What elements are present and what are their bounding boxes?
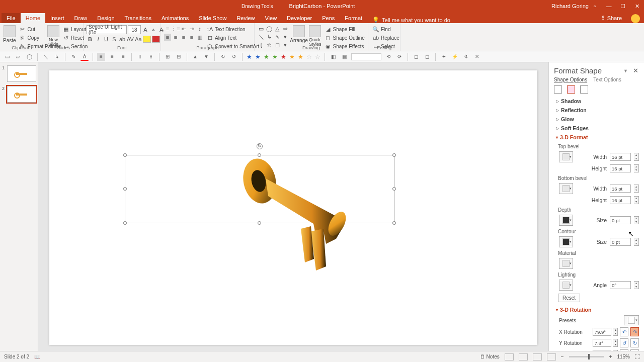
handle-bl[interactable]: [123, 221, 127, 225]
share-button[interactable]: ⇪Share: [596, 13, 627, 23]
effects-pane-icon[interactable]: [567, 85, 575, 94]
shape-more-icon[interactable]: ▾: [282, 33, 289, 40]
thumbnail-1[interactable]: 1: [2, 65, 36, 82]
qat-dist2[interactable]: ⫵: [147, 53, 155, 61]
xrot-input[interactable]: 79.9°: [593, 328, 612, 336]
paste-button[interactable]: Paste: [3, 25, 16, 43]
fit-icon[interactable]: ⛶: [635, 354, 640, 359]
section-glow[interactable]: ▷Glow: [556, 115, 639, 124]
bold-icon[interactable]: B: [87, 36, 94, 43]
spacing-icon[interactable]: AV: [127, 36, 134, 43]
qat-shape3[interactable]: ◯: [25, 53, 33, 61]
contour-size-input[interactable]: 0 pt: [610, 238, 631, 246]
zoom-in-icon[interactable]: +: [609, 354, 612, 359]
qat-conn[interactable]: ↳: [53, 53, 61, 61]
key-3d-shape[interactable]: [235, 156, 376, 287]
star-blue-icon[interactable]: ★: [247, 53, 252, 60]
qat-dist1[interactable]: ⫴: [136, 53, 144, 61]
shape-arrow-icon[interactable]: ⇨: [282, 25, 289, 32]
ribbon-options-icon[interactable]: ▫: [588, 0, 602, 12]
qat-align1[interactable]: ≡: [97, 53, 105, 61]
tb-height-input[interactable]: 16 pt: [610, 164, 631, 172]
bullets-icon[interactable]: ≡: [164, 25, 171, 32]
zrot-ccw-button[interactable]: ⟲: [620, 349, 628, 351]
italic-icon[interactable]: I: [95, 36, 102, 43]
lighting-angle-spin[interactable]: ▴▾: [634, 281, 639, 289]
pane-body[interactable]: ▷Shadow ▷Reflection ▷Glow ▷Soft Edges ▾3…: [549, 97, 644, 351]
tab-insert[interactable]: Insert: [45, 13, 69, 23]
star-green-icon[interactable]: ★: [264, 53, 269, 60]
xrot-spin[interactable]: ▴▾: [613, 328, 618, 336]
qat-misc4[interactable]: ⟳: [395, 53, 404, 61]
contour-size-spin[interactable]: ▴▾: [634, 238, 639, 246]
material-preset[interactable]: [559, 258, 573, 269]
xrot-right-button[interactable]: ↷: [630, 327, 639, 336]
minimize-icon[interactable]: —: [602, 0, 616, 12]
case-icon[interactable]: Aa: [135, 36, 142, 43]
linespace-icon[interactable]: ↕: [196, 25, 203, 32]
zoom-out-icon[interactable]: −: [561, 354, 564, 359]
handle-br[interactable]: [392, 221, 396, 225]
shrink-font-icon[interactable]: A: [150, 26, 157, 33]
pane-dropdown-icon[interactable]: ▼: [623, 68, 628, 73]
qat-crop1[interactable]: ◻: [412, 53, 420, 61]
qat-group[interactable]: ⊞: [164, 53, 172, 61]
highlight-swatch[interactable]: [143, 36, 151, 43]
tab-design[interactable]: Design: [92, 13, 119, 23]
tab-file[interactable]: File: [2, 13, 21, 23]
tab-animations[interactable]: Animations: [156, 13, 194, 23]
handle-mr[interactable]: [392, 187, 396, 191]
yrot-spin[interactable]: ▴▾: [613, 339, 618, 347]
zrot-cw-button[interactable]: ⟳: [630, 349, 639, 351]
yrot-down-button[interactable]: ↻: [630, 338, 639, 347]
qat-input[interactable]: [351, 53, 381, 60]
zoom-slider[interactable]: [569, 356, 604, 357]
qat-anim2[interactable]: ⚡: [451, 53, 459, 61]
align-left-icon[interactable]: ≡: [164, 34, 171, 41]
reset-3d-button[interactable]: Reset: [558, 294, 580, 302]
qat-anim3[interactable]: ↯: [462, 53, 470, 61]
section-reflection[interactable]: ▷Reflection: [556, 106, 639, 115]
maximize-icon[interactable]: ☐: [616, 0, 630, 12]
sorter-view-icon[interactable]: [519, 353, 528, 360]
grow-font-icon[interactable]: A: [142, 26, 149, 33]
shape-tri-icon[interactable]: △: [274, 25, 281, 32]
qat-align2[interactable]: ≡: [108, 53, 116, 61]
replace-button[interactable]: abReplace: [371, 34, 400, 42]
close-icon[interactable]: ✕: [630, 0, 644, 12]
bb-height-input[interactable]: 16 pt: [610, 196, 631, 204]
font-color-swatch[interactable]: [152, 36, 160, 43]
zrot-spin[interactable]: ▴▾: [613, 350, 618, 351]
shape-line-icon[interactable]: ＼: [258, 33, 265, 40]
handle-tl[interactable]: [123, 153, 127, 157]
bottom-bevel-preset[interactable]: [559, 183, 573, 194]
star-grey-icon[interactable]: ☆: [306, 53, 312, 60]
bb-width-spin[interactable]: ▴▾: [634, 185, 639, 193]
qat-rot2[interactable]: ↺: [230, 53, 238, 61]
new-slide-button[interactable]: New Slide: [47, 25, 59, 47]
underline-icon[interactable]: U: [103, 36, 110, 43]
section-shadow[interactable]: ▷Shadow: [556, 97, 639, 106]
tb-height-spin[interactable]: ▴▾: [634, 164, 639, 172]
qat-anim1[interactable]: ✦: [440, 53, 448, 61]
qat-line[interactable]: ＼: [42, 53, 50, 61]
qat-misc1[interactable]: ◧: [329, 53, 337, 61]
star-grey2-icon[interactable]: ☆: [315, 53, 320, 60]
qat-anim4[interactable]: ✕: [473, 53, 481, 61]
font-name-input[interactable]: Segoe UI Light (Bo: [87, 25, 127, 34]
tab-transitions[interactable]: Transitions: [120, 13, 156, 23]
depth-size-spin[interactable]: ▴▾: [634, 216, 639, 224]
outdent-icon[interactable]: ⇤: [180, 25, 187, 32]
tab-slideshow[interactable]: Slide Show: [194, 13, 231, 23]
shape-oval-icon[interactable]: ◯: [266, 25, 273, 32]
notes-button[interactable]: 🗒 Notes: [480, 354, 500, 359]
shadow-icon[interactable]: ab: [119, 36, 126, 43]
feedback-icon[interactable]: [631, 14, 640, 23]
qat-color[interactable]: A: [80, 53, 89, 61]
yrot-up-button[interactable]: ↺: [620, 338, 628, 347]
tb-width-input[interactable]: 16 pt: [610, 153, 631, 161]
shape-options-tab[interactable]: Shape Options: [554, 77, 587, 82]
reading-view-icon[interactable]: [533, 353, 542, 360]
justify-icon[interactable]: ≡: [188, 34, 195, 41]
depth-color[interactable]: [559, 215, 573, 226]
